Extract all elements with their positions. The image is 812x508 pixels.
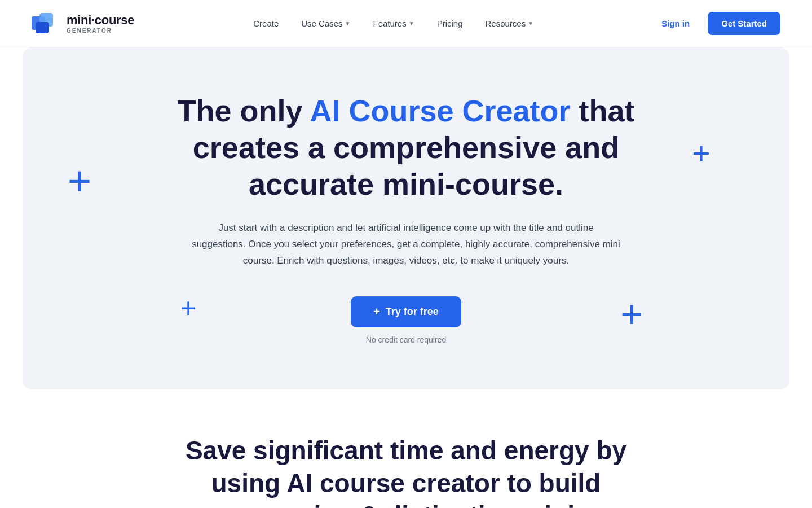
logo-icon [32,12,61,36]
plus-decoration-4: + [620,295,643,333]
logo-sub: GENERATOR [67,28,134,34]
nav-features[interactable]: Features ▼ [364,14,423,33]
chevron-down-icon: ▼ [345,20,351,27]
nav-pricing[interactable]: Pricing [428,14,472,33]
no-credit-note: No credit card required [366,335,446,344]
navbar: mini·course GENERATOR Create Use Cases ▼… [0,0,812,47]
try-for-free-button[interactable]: + Try for free [351,296,461,327]
plus-decoration-1: + [68,160,91,201]
hero-title-highlight: AI Course Creator [310,94,570,128]
nav-actions: Sign in Get Started [652,12,780,35]
nav-create[interactable]: Create [244,14,288,33]
logo-name: mini·course [67,13,134,28]
get-started-button[interactable]: Get Started [708,12,780,35]
hero-section: + + + + The only AI Course Creator that … [23,47,789,389]
plus-decoration-2: + [180,295,196,322]
logo[interactable]: mini·course GENERATOR [32,12,134,36]
below-hero-section: Save significant time and energy by usin… [0,389,812,508]
chevron-down-icon: ▼ [528,20,533,27]
sign-in-button[interactable]: Sign in [652,14,699,33]
section-title: Save significant time and energy by usin… [180,435,632,508]
logo-text: mini·course GENERATOR [67,13,134,34]
hero-description: Just start with a description and let ar… [192,220,620,269]
cta-label: Try for free [386,306,439,318]
nav-resources[interactable]: Resources ▼ [476,14,542,33]
plus-decoration-3: + [692,138,710,169]
nav-use-cases[interactable]: Use Cases ▼ [292,14,359,33]
hero-title: The only AI Course Creator that creates … [175,93,637,202]
nav-links: Create Use Cases ▼ Features ▼ Pricing Re… [244,14,542,33]
svg-rect-2 [36,22,49,33]
chevron-down-icon: ▼ [409,20,414,27]
cta-area: + Try for free No credit card required [351,296,461,344]
hero-title-before: The only [177,94,310,128]
logo-name-text: mini·course [67,13,134,27]
plus-icon: + [373,305,380,318]
